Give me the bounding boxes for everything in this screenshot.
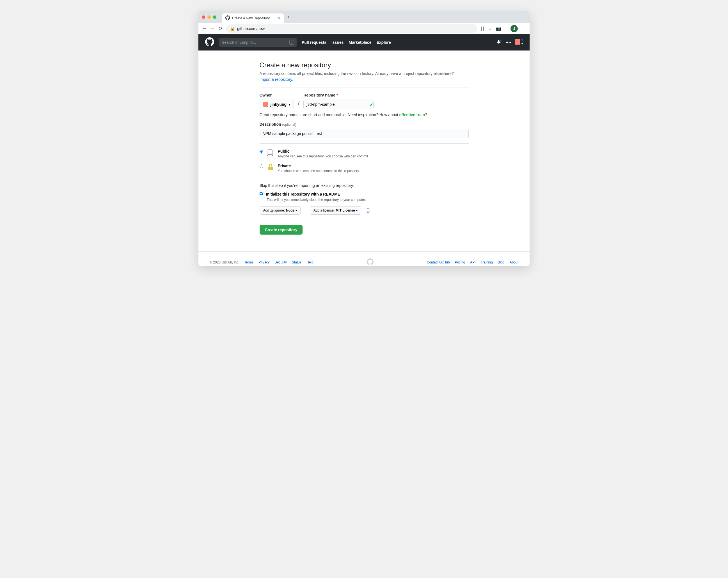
page-title: Create a new repository [260, 61, 469, 69]
public-repo-icon [267, 149, 275, 158]
owner-select[interactable]: jinkyung ▾ [260, 100, 294, 109]
info-icon[interactable]: i [366, 208, 370, 213]
repo-name-input[interactable] [303, 100, 373, 109]
readme-desc: This will let you immediately clone the … [267, 198, 469, 202]
name-hint: Great repository names are short and mem… [260, 112, 469, 117]
public-label: Public [278, 149, 290, 154]
check-icon: ✔ [370, 102, 373, 109]
footer-logo-icon [367, 258, 373, 266]
public-radio[interactable] [260, 150, 263, 154]
footer-security[interactable]: Security [275, 260, 287, 264]
close-window[interactable] [202, 16, 205, 19]
browser-toolbar: ← → ⟳ 🔒 github.com/new ⁅⁆ ☆ 📷 | J ⋮ [199, 23, 529, 34]
lock-icon: 🔒 [230, 26, 235, 31]
browser-tab[interactable]: Create a New Repository × [222, 14, 284, 23]
footer-status[interactable]: Status [292, 260, 302, 264]
nav-explore[interactable]: Explore [376, 40, 391, 45]
import-repo-link[interactable]: Import a repository. [260, 77, 293, 82]
notifications-icon[interactable] [496, 40, 501, 45]
gitignore-dropdown[interactable]: Add .gitignore: Node▾ [260, 206, 301, 215]
owner-label: Owner [260, 93, 294, 97]
github-header: Search or jump to... / Pull requests Iss… [199, 34, 529, 51]
back-button[interactable]: ← [202, 26, 207, 31]
chevron-down-icon: ▾ [289, 103, 290, 106]
copyright: © 2020 GitHub, Inc. [210, 260, 239, 264]
footer: © 2020 GitHub, Inc. Terms Privacy Securi… [199, 252, 529, 266]
github-favicon [225, 16, 230, 21]
create-new-dropdown[interactable]: ＋▾ [505, 40, 511, 46]
notification-dot [499, 39, 502, 42]
license-dropdown[interactable]: Add a license: MIT License▾ [310, 206, 361, 215]
github-nav: Pull requests Issues Marketplace Explore [302, 40, 391, 45]
page-subtitle: A repository contains all project files,… [260, 71, 469, 82]
titlebar: Create a New Repository × + [199, 11, 529, 23]
svg-rect-2 [268, 167, 272, 170]
create-repository-button[interactable]: Create repository [260, 225, 303, 235]
nav-issues[interactable]: Issues [332, 40, 344, 45]
star-icon[interactable]: ☆ [488, 26, 492, 31]
nav-marketplace[interactable]: Marketplace [349, 40, 371, 45]
footer-training[interactable]: Training [481, 260, 493, 264]
github-search[interactable]: Search or jump to... / [218, 38, 297, 47]
footer-terms[interactable]: Terms [244, 260, 254, 264]
private-lock-icon [267, 163, 275, 172]
user-menu-dot [521, 38, 524, 41]
maximize-window[interactable] [213, 16, 216, 19]
main-content: Create a new repository A repository con… [260, 51, 469, 240]
footer-privacy[interactable]: Privacy [258, 260, 269, 264]
private-radio[interactable] [260, 164, 263, 168]
github-logo-icon[interactable] [205, 37, 214, 47]
readme-label: Initialize this repository with a README [266, 192, 340, 196]
repo-name-label: Repository name * [303, 93, 373, 97]
camera-icon[interactable]: 📷 [496, 26, 501, 31]
slash-key-icon: / [289, 40, 294, 45]
description-label: Description (optional) [260, 122, 469, 127]
private-desc: You choose who can see and commit to thi… [278, 169, 360, 173]
minimize-window[interactable] [207, 16, 211, 19]
search-placeholder: Search or jump to... [222, 40, 256, 45]
reload-button[interactable]: ⟳ [218, 26, 223, 32]
forward-button[interactable]: → [210, 26, 215, 31]
footer-blog[interactable]: Blog [498, 260, 504, 264]
browser-window: Create a New Repository × + ← → ⟳ 🔒 gith… [199, 11, 529, 266]
private-label: Private [278, 164, 291, 168]
url-text: github.com/new [237, 26, 265, 31]
address-bar[interactable]: 🔒 github.com/new [226, 24, 477, 33]
footer-about[interactable]: About [510, 260, 518, 264]
user-menu[interactable]: ▾ [515, 39, 523, 46]
translate-icon[interactable]: ⁅⁆ [481, 26, 484, 31]
close-tab-icon[interactable]: × [278, 16, 280, 21]
footer-help[interactable]: Help [307, 260, 313, 264]
footer-api[interactable]: API [470, 260, 475, 264]
suggestion-link[interactable]: effective-train [399, 112, 425, 117]
header-right: ＋▾ ▾ [496, 39, 523, 46]
public-desc: Anyone can see this repository. You choo… [278, 154, 369, 158]
owner-avatar-icon [263, 102, 268, 107]
path-separator: / [298, 100, 300, 109]
window-controls [202, 16, 216, 19]
nav-pull-requests[interactable]: Pull requests [302, 40, 327, 45]
footer-pricing[interactable]: Pricing [455, 260, 465, 264]
readme-checkbox[interactable] [260, 192, 263, 195]
tab-title: Create a New Repository [232, 16, 276, 20]
profile-avatar[interactable]: J [511, 25, 518, 32]
toolbar-icons: ⁅⁆ ☆ 📷 | J ⋮ [481, 25, 526, 32]
description-input[interactable] [260, 129, 469, 138]
skip-text: Skip this step if you're importing an ex… [260, 183, 469, 188]
footer-contact[interactable]: Contact GitHub [427, 260, 450, 264]
new-tab-button[interactable]: + [287, 14, 290, 20]
menu-icon[interactable]: ⋮ [522, 26, 526, 31]
